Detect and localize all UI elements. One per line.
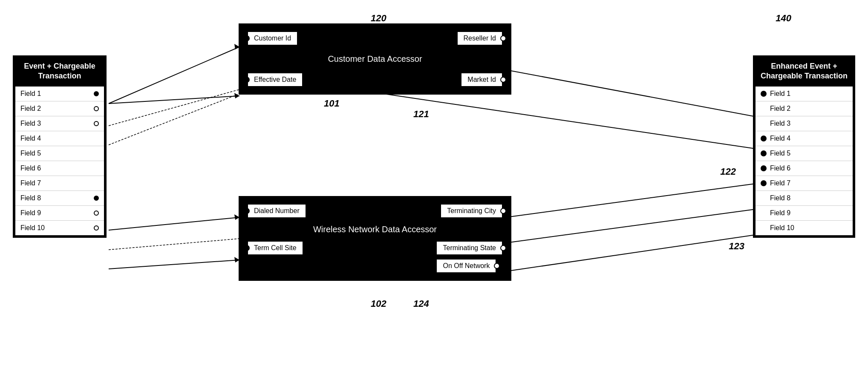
ref-120: 120 [371,13,386,24]
right-field-1: Field 1 [756,87,853,101]
field-3-dot [94,121,99,126]
svg-line-13 [384,94,758,149]
field-1-label: Field 1 [20,90,41,98]
left-field-7: Field 7 [15,176,104,191]
svg-line-19 [496,234,758,273]
field-8-label: Field 8 [20,194,41,202]
ref-121: 121 [413,109,429,120]
effective-date-label: Effective Date [247,72,303,87]
field-6-label: Field 6 [20,164,41,172]
right-box-title: Enhanced Event + Chargeable Transaction [755,57,854,86]
ref-123: 123 [729,241,744,252]
left-field-8: Field 8 [15,191,104,206]
right-field-6: Field 6 [756,161,853,176]
field-4-label: Field 4 [20,135,41,142]
right-field-7-dot [761,180,767,186]
field-9-dot [94,211,99,216]
field-2-label: Field 2 [20,105,41,112]
left-field-2: Field 2 [15,101,104,116]
svg-line-6 [109,217,239,230]
left-field-4: Field 4 [15,131,104,146]
diagram-container: Event + Chargeable Transaction Field 1 F… [0,0,868,375]
svg-line-2 [109,89,239,126]
customer-id-label: Customer Id [247,31,298,46]
market-id-dot [500,77,506,83]
left-field-9: Field 9 [15,206,104,221]
right-field-5-dot [761,150,767,156]
left-box-fields: Field 1 Field 2 Field 3 Field 4 Field 5 … [14,86,105,236]
right-field-4-dot [761,136,767,141]
svg-line-15 [496,183,758,219]
field-8-dot [94,196,99,201]
on-off-network-dot [494,263,500,269]
bottom-accessor-box: Dialed Number Terminating City Wireless … [239,196,511,281]
ref-102-label: 102 [371,298,386,309]
svg-line-0 [109,47,239,104]
field-3-label: Field 3 [20,120,41,127]
left-field-3: Field 3 [15,116,104,131]
top-accessor-box: Customer Id Reseller Id Customer Data Ac… [239,23,511,95]
svg-line-4 [109,96,239,104]
left-field-5: Field 5 [15,146,104,161]
dialed-number-label: Dialed Number [247,204,306,218]
ref-140: 140 [776,13,791,24]
left-field-10: Field 10 [15,221,104,235]
right-field-3: Field 3 [756,116,853,131]
term-cell-site-arrow [244,245,250,251]
right-field-8: Field 8 [756,191,853,206]
field-1-dot [94,91,99,96]
on-off-network-label: On Off Network [436,259,496,273]
right-field-9: Field 9 [756,206,853,221]
market-id-label: Market Id [461,72,503,87]
customer-id-arrow [244,35,250,41]
svg-line-9 [109,260,239,269]
field-10-label: Field 10 [20,224,45,232]
terminating-state-dot [500,245,506,251]
top-accessor-title: Customer Data Accessor [239,46,511,72]
effective-date-arrow [244,77,250,83]
reseller-id-label: Reseller Id [457,31,503,46]
right-field-2-space [761,106,767,112]
ref-122: 122 [720,166,736,177]
left-field-6: Field 6 [15,161,104,176]
term-cell-site-label: Term Cell Site [247,241,303,255]
ref-124: 124 [413,298,429,309]
left-event-box: Event + Chargeable Transaction Field 1 F… [13,55,107,238]
svg-line-3 [109,94,239,145]
svg-line-8 [109,239,239,250]
right-box-fields: Field 1 Field 2 Field 3 Field 4 Field 5 … [755,86,854,236]
field-2-dot [94,106,99,111]
left-box-title: Event + Chargeable Transaction [14,57,105,86]
right-field-5: Field 5 [756,146,853,161]
ref-101: 101 [324,98,340,109]
right-field-6-dot [761,165,767,171]
bottom-accessor-title: Wireless Network Data Accessor [239,218,511,241]
terminating-state-label: Terminating State [436,241,503,255]
terminating-city-dot [500,208,506,214]
right-field-7: Field 7 [756,176,853,191]
right-field-10: Field 10 [756,221,853,235]
svg-line-17 [496,209,758,244]
field-5-label: Field 5 [20,150,41,157]
field-10-dot [94,225,99,231]
reseller-id-dot [500,35,506,41]
right-field-4: Field 4 [756,131,853,146]
right-field-2: Field 2 [756,101,853,116]
right-field-1-dot [761,91,767,97]
right-event-box: Enhanced Event + Chargeable Transaction … [753,55,855,238]
dialed-number-arrow [244,208,250,214]
terminating-city-label: Terminating City [440,204,503,218]
left-field-1: Field 1 [15,87,104,101]
field-7-label: Field 7 [20,179,41,187]
field-9-label: Field 9 [20,209,41,217]
